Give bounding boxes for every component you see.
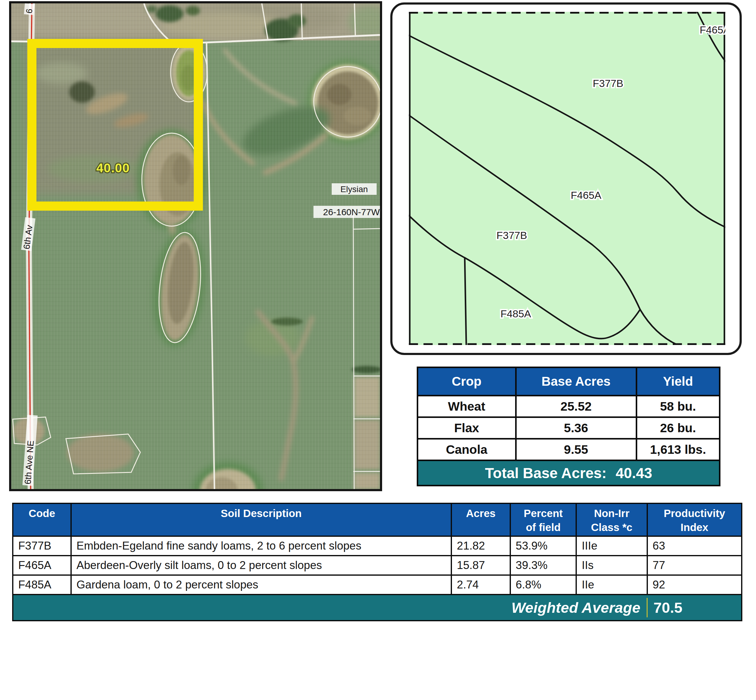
soil-label-f465a-corner: F465A (700, 25, 725, 36)
crop-header-crop: Crop (418, 368, 515, 395)
soil-cell-acres: 15.87 (452, 556, 510, 575)
crop-header-yield: Yield (637, 368, 719, 395)
soil-map-area: F465A F377B F465A F377B F485A (409, 12, 725, 345)
soil-map-card: F465A F377B F465A F377B F485A (390, 2, 742, 355)
soil-cell-code: F485A (13, 576, 70, 594)
weighted-average-label: Weighted Average (13, 599, 647, 616)
road-label-top: 6 (24, 3, 34, 15)
soil-label-f377b-lower: F377B (497, 230, 527, 241)
soil-cell-acres: 2.74 (452, 576, 510, 594)
soil-label-f485a: F485A (500, 308, 531, 319)
soil-cell-percent: 39.3% (511, 556, 575, 575)
crop-cell: Flax (418, 418, 515, 438)
soil-cell-acres: 21.82 (452, 537, 510, 555)
soil-cell-description: Gardena loam, 0 to 2 percent slopes (72, 576, 451, 594)
soil-header-description: Soil Description (72, 504, 451, 536)
crop-cell: Canola (418, 439, 515, 459)
total-base-acres-row: Total Base Acres: 40.43 (418, 461, 719, 485)
soil-cell-code: F465A (13, 556, 70, 575)
place-label-elysian: Elysian (332, 183, 377, 195)
soil-map: F465A F377B F465A F377B F485A (409, 12, 725, 345)
aerial-map-panel: 6 6th Av 6th Ave NE 40.00 Elysian 26-160… (9, 1, 382, 491)
crop-cell: Wheat (418, 396, 515, 416)
soil-cell-percent: 53.9% (511, 537, 575, 555)
soil-polygon-fill (409, 12, 725, 345)
soil-header-nonirr: Non-Irr Class *c (577, 504, 646, 536)
soil-header-acres: Acres (452, 504, 510, 536)
crop-cell: 58 bu. (637, 396, 719, 416)
crop-cell: 1,613 lbs. (637, 439, 719, 459)
soil-header-productivity: Productivity Index (648, 504, 741, 536)
section-label-text: 26-160N-77W (323, 207, 380, 217)
soil-header-percent: Percent of field (511, 504, 575, 536)
crop-cell: 26 bu. (637, 418, 719, 438)
soil-cell-code: F377B (13, 537, 70, 555)
road-label-top-text: 6 (24, 8, 34, 14)
boundary-stub (353, 228, 380, 229)
crop-base-acres-table: Crop Base Acres Yield Wheat 25.52 58 bu.… (417, 367, 720, 486)
section-label: 26-160N-77W (313, 206, 380, 218)
soil-label-f465a-mid: F465A (571, 190, 602, 201)
soil-description-table: Code Soil Description Acres Percent of f… (12, 503, 742, 621)
soil-cell-productivity: 77 (648, 556, 741, 575)
soil-cell-productivity: 92 (648, 576, 741, 594)
weighted-average-row: Weighted Average 70.5 (13, 595, 741, 620)
farm-flyer-page: 6 6th Av 6th Ave NE 40.00 Elysian 26-160… (0, 0, 756, 700)
crop-cell: 25.52 (517, 396, 636, 416)
crop-header-base: Base Acres (517, 368, 636, 395)
soil-cell-class: IIe (577, 576, 646, 594)
total-base-acres-label: Total Base Acres: (485, 465, 606, 481)
weighted-average-value: 70.5 (648, 599, 683, 616)
soil-cell-description: Embden-Egeland fine sandy loams, 2 to 6 … (72, 537, 451, 555)
soil-cell-class: IIs (577, 556, 646, 575)
place-label-text: Elysian (340, 184, 368, 194)
soil-cell-productivity: 63 (648, 537, 741, 555)
soil-cell-description: Aberdeen-Overly silt loams, 0 to 2 perce… (72, 556, 451, 575)
soil-cell-class: IIIe (577, 537, 646, 555)
parcel-acres-label: 40.00 (96, 161, 130, 175)
crop-cell: 5.36 (517, 418, 636, 438)
soil-header-code: Code (13, 504, 70, 536)
soil-cell-percent: 6.8% (511, 576, 575, 594)
aerial-map: 6 6th Av 6th Ave NE 40.00 Elysian 26-160… (11, 3, 380, 489)
soil-label-f377b-top: F377B (592, 78, 623, 89)
crop-cell: 9.55 (517, 439, 636, 459)
total-base-acres-value: 40.43 (616, 465, 652, 481)
